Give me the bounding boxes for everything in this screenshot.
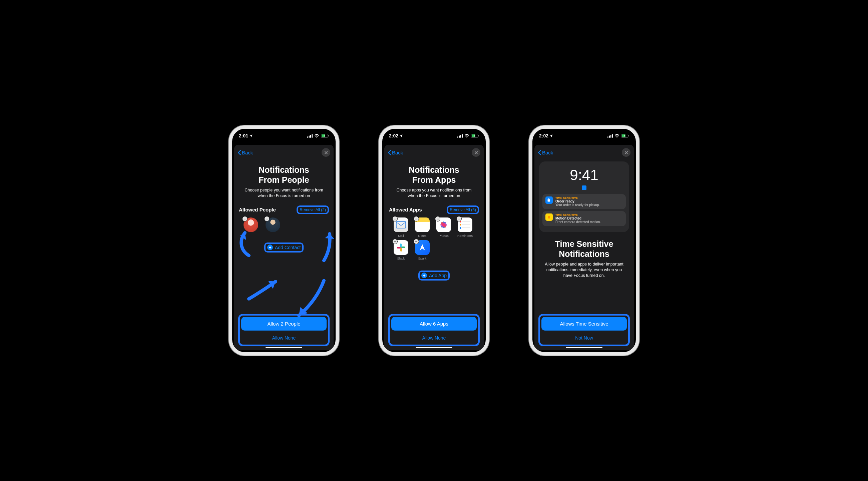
cellular-icon	[608, 134, 613, 138]
svg-rect-27	[608, 136, 609, 138]
page-title: Time SensitiveNotifications	[534, 236, 634, 261]
remove-badge-icon[interactable]: –	[264, 216, 270, 222]
back-button[interactable]: Back	[238, 150, 253, 155]
notch	[559, 129, 609, 137]
focus-badge-icon	[582, 186, 586, 190]
wifi-icon	[314, 134, 319, 138]
highlight-bottom-buttons: Allows Time Sensitive Not Now	[538, 314, 630, 346]
notch	[259, 129, 309, 137]
arrow-icon	[292, 277, 329, 321]
not-now-button[interactable]: Not Now	[541, 332, 627, 343]
allowed-apps-row: – Mail – Notes – Photos –	[389, 218, 479, 265]
notif-title: Order ready	[555, 199, 623, 203]
back-label: Back	[542, 150, 553, 155]
phone-3: 2:02 Back 9:41	[529, 125, 639, 356]
allows-time-sensitive-button[interactable]: Allows Time Sensitive	[541, 317, 627, 330]
app-label: Mail	[398, 234, 404, 237]
remove-badge-icon[interactable]: –	[456, 216, 462, 222]
close-icon	[474, 151, 478, 155]
modal-apps: Back NotificationsFrom Apps Choose apps …	[384, 145, 484, 350]
add-app-label: Add App	[429, 273, 447, 278]
battery-icon	[321, 134, 329, 138]
add-app-button[interactable]: + Add App	[421, 272, 447, 278]
page-title: NotificationsFrom Apps	[384, 159, 484, 188]
app-item-slack[interactable]: – Slack	[392, 240, 410, 260]
highlight-remove-all: Remove All (6)	[447, 205, 479, 214]
app-item-photos[interactable]: – Photos	[435, 218, 452, 237]
app-item-notes[interactable]: – Notes	[414, 218, 431, 237]
svg-rect-28	[609, 135, 610, 137]
remove-badge-icon[interactable]: –	[242, 216, 248, 222]
app-label: Notes	[418, 234, 427, 237]
notif-tag: TIME SENSITIVE	[555, 196, 623, 199]
battery-icon	[471, 134, 479, 138]
allow-apps-button[interactable]: Allow 6 Apps	[391, 317, 477, 330]
svg-rect-10	[462, 134, 463, 138]
cellular-icon	[307, 134, 313, 138]
app-item-spark[interactable]: – Spark	[414, 240, 431, 260]
allow-none-button[interactable]: Allow None	[391, 332, 477, 343]
home-indicator[interactable]	[566, 347, 602, 348]
app-label: Spark	[418, 257, 427, 260]
remove-all-button[interactable]: Remove All (2)	[300, 207, 326, 212]
back-button[interactable]: Back	[538, 150, 553, 155]
remove-all-button[interactable]: Remove All (6)	[450, 207, 476, 212]
close-icon	[624, 151, 628, 155]
svg-rect-1	[309, 135, 310, 137]
phone-1: 2:01 Back NotificationsFrom People Choos…	[229, 125, 339, 356]
remove-badge-icon[interactable]: –	[414, 216, 419, 222]
wifi-icon	[615, 134, 619, 138]
app-label: Slack	[397, 257, 405, 260]
remove-badge-icon[interactable]: –	[435, 216, 440, 222]
page-subtitle: Choose people you want notifications fro…	[234, 188, 334, 205]
close-icon	[324, 151, 328, 155]
app-icon-reminders: –	[458, 218, 472, 232]
remove-badge-icon[interactable]: –	[392, 216, 398, 222]
app-item-reminders[interactable]: – Reminders	[456, 218, 474, 237]
allow-none-button[interactable]: Allow None	[241, 332, 327, 343]
time-sensitive-preview: 9:41 TIME SENSITIVE Order ready Your ord…	[539, 161, 629, 232]
home-indicator[interactable]	[416, 347, 452, 348]
svg-rect-8	[459, 135, 460, 137]
person-item[interactable]: –	[264, 218, 282, 232]
add-contact-label: Add Contact	[275, 245, 301, 250]
close-button[interactable]	[622, 148, 630, 157]
arrow-icon	[236, 229, 259, 259]
page-title: NotificationsFrom People	[234, 159, 334, 188]
remove-badge-icon[interactable]: –	[392, 239, 398, 244]
svg-rect-33	[628, 135, 629, 137]
highlight-remove-all: Remove All (2)	[297, 205, 329, 214]
close-button[interactable]	[321, 148, 330, 157]
svg-rect-13	[478, 135, 479, 137]
back-label: Back	[242, 150, 253, 155]
close-button[interactable]	[472, 148, 480, 157]
app-label: Photos	[439, 234, 449, 237]
home-indicator[interactable]	[266, 347, 302, 348]
modal-time-sensitive: Back 9:41 TIME SENSITIVE Order ready You…	[534, 145, 634, 350]
back-label: Back	[392, 150, 403, 155]
page-subtitle: Allow people and apps to deliver importa…	[534, 261, 634, 285]
wifi-icon	[464, 134, 469, 138]
svg-rect-0	[307, 136, 308, 138]
section-label-allowed-people: Allowed People	[239, 207, 276, 213]
status-time: 2:02	[389, 133, 398, 138]
arrow-icon	[246, 276, 282, 302]
app-item-mail[interactable]: – Mail	[392, 218, 410, 237]
bag-icon	[546, 196, 553, 204]
svg-rect-2	[310, 134, 311, 137]
status-time: 2:02	[539, 133, 549, 138]
remove-badge-icon[interactable]: –	[414, 239, 419, 244]
notif-body: Front camera detected motion.	[555, 220, 623, 224]
svg-rect-9	[460, 134, 461, 137]
svg-rect-26	[397, 247, 401, 249]
svg-rect-23	[400, 244, 402, 247]
svg-rect-25	[400, 248, 402, 252]
highlight-add-contact: + Add Contact	[264, 243, 304, 253]
svg-rect-29	[611, 134, 612, 137]
location-icon	[249, 134, 253, 138]
notification-preview: TIME SENSITIVE Motion Detected Front cam…	[542, 211, 626, 226]
back-button[interactable]: Back	[388, 150, 403, 155]
cellular-icon	[457, 134, 463, 138]
add-contact-button[interactable]: + Add Contact	[267, 245, 301, 250]
section-label-allowed-apps: Allowed Apps	[389, 207, 422, 213]
